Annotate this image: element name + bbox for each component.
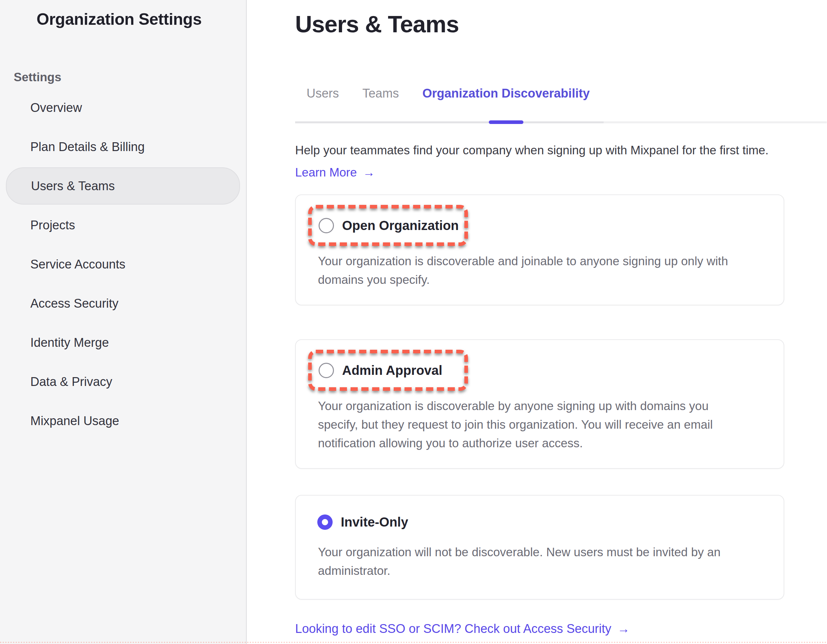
sidebar-item-access-security[interactable]: Access Security: [0, 284, 246, 323]
tab-organization-discoverability-label: Organization Discoverability: [422, 86, 590, 100]
option-card-invite-only: Invite-Only Your organization will not b…: [295, 495, 784, 600]
intro-text: Help your teammates find your company wh…: [295, 142, 827, 159]
invite-only-choice: Invite-Only: [308, 514, 780, 530]
page-title: Users & Teams: [295, 11, 827, 38]
open-organization-description: Your organization is discoverable and jo…: [318, 252, 780, 289]
admin-approval-description: Your organization is discoverable by any…: [318, 397, 780, 452]
arrow-right-icon: →: [363, 166, 375, 180]
tab-bar: Users Teams Organization Discoverability: [295, 86, 604, 123]
main-content: Users & Teams Users Teams Organization D…: [247, 0, 827, 644]
tab-users[interactable]: Users: [307, 86, 339, 121]
access-security-link-label: Looking to edit SSO or SCIM? Check out A…: [295, 622, 611, 636]
admin-approval-label: Admin Approval: [342, 363, 442, 378]
radio-admin-approval[interactable]: [318, 363, 334, 378]
radio-open-organization[interactable]: [318, 218, 334, 233]
open-organization-label: Open Organization: [342, 218, 459, 233]
tab-row: Users Teams Organization Discoverability: [295, 86, 827, 123]
sidebar-item-projects[interactable]: Projects: [0, 206, 246, 245]
option-card-open-organization: Open Organization Your organization is d…: [295, 194, 784, 305]
learn-more-link[interactable]: Learn More →: [295, 166, 375, 180]
radio-invite-only[interactable]: [317, 514, 332, 530]
learn-more-label: Learn More: [295, 166, 357, 179]
sidebar-item-mixpanel-usage[interactable]: Mixpanel Usage: [0, 401, 246, 441]
invite-only-description: Your organization will not be discoverab…: [318, 543, 780, 580]
open-organization-choice: Open Organization: [308, 205, 468, 246]
arrow-right-icon: →: [617, 622, 630, 636]
sidebar-item-users-teams[interactable]: Users & Teams: [6, 167, 240, 205]
organization-settings-page: Organization Settings Settings Overview …: [0, 0, 827, 644]
sidebar-item-overview[interactable]: Overview: [0, 88, 246, 127]
sidebar-item-data-privacy[interactable]: Data & Privacy: [0, 362, 246, 401]
sidebar: Organization Settings Settings Overview …: [0, 0, 247, 644]
invite-only-label: Invite-Only: [341, 515, 408, 530]
sidebar-title: Organization Settings: [36, 10, 236, 29]
sidebar-item-service-accounts[interactable]: Service Accounts: [0, 245, 246, 284]
tab-teams[interactable]: Teams: [362, 86, 399, 121]
admin-approval-choice: Admin Approval: [308, 350, 468, 391]
sidebar-section-header: Settings: [14, 70, 246, 84]
tab-organization-discoverability[interactable]: Organization Discoverability: [422, 86, 590, 121]
option-card-admin-approval: Admin Approval Your organization is disc…: [295, 339, 784, 469]
active-tab-indicator: [489, 120, 523, 124]
access-security-link[interactable]: Looking to edit SSO or SCIM? Check out A…: [295, 622, 630, 636]
sidebar-item-identity-merge[interactable]: Identity Merge: [0, 323, 246, 362]
sidebar-item-plan-details-billing[interactable]: Plan Details & Billing: [0, 127, 246, 166]
sidebar-nav: Overview Plan Details & Billing Users & …: [0, 88, 246, 441]
